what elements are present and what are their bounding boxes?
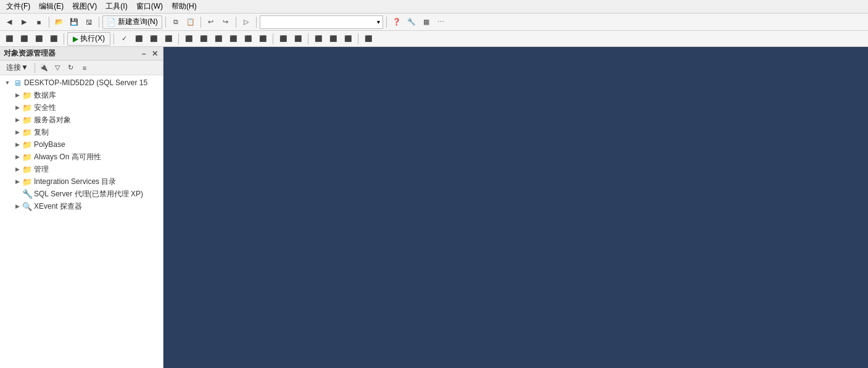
menu-tools[interactable]: 工具(I) (102, 0, 131, 13)
back-button[interactable]: ◀ (2, 15, 16, 29)
tree-item-management[interactable]: ▶ 📁 管理 (0, 163, 163, 175)
oe-summary-button[interactable]: ≡ (78, 62, 91, 74)
server-objects-expander[interactable]: ▶ (12, 115, 22, 125)
tb2-sep5 (308, 33, 308, 44)
tb2-btn8[interactable]: ⬛ (182, 32, 196, 46)
tb2-sep6 (358, 33, 358, 44)
tb2-btn14[interactable]: ⬛ (276, 32, 290, 46)
new-query-button[interactable]: 📄 新建查询(N) (102, 15, 162, 29)
alwayson-expander[interactable]: ▶ (12, 152, 22, 162)
toolbar-separator-2 (99, 17, 99, 28)
new-query-icon: 📄 (107, 18, 116, 27)
grid-button[interactable]: ▦ (420, 15, 433, 29)
tree-item-alwayson[interactable]: ▶ 📁 Always On 高可用性 (0, 151, 163, 163)
tb2-btn9[interactable]: ⬛ (197, 32, 210, 46)
tree-item-xevent[interactable]: ▶ 🔍 XEvent 探查器 (0, 200, 163, 212)
tree-item-integration[interactable]: ▶ 📁 Integration Services 目录 (0, 175, 163, 188)
paste-button[interactable]: 📋 (184, 15, 197, 29)
tb2-btn13[interactable]: ⬛ (256, 32, 270, 46)
integration-expander[interactable]: ▶ (12, 177, 22, 186)
menu-window[interactable]: 窗口(W) (133, 0, 167, 13)
replication-label: 复制 (34, 127, 49, 138)
tb2-btn19[interactable]: ⬛ (362, 32, 375, 46)
tb2-btn15[interactable]: ⬛ (291, 32, 305, 46)
forward-button[interactable]: ▶ (17, 15, 31, 29)
oe-title-left: 对象资源管理器 (4, 48, 56, 59)
tree-item-replication[interactable]: ▶ 📁 复制 (0, 126, 163, 138)
tb2-btn7[interactable]: ⬛ (162, 32, 175, 46)
stop-button[interactable]: ■ (32, 15, 46, 29)
tree-item-polybase[interactable]: ▶ 📁 PolyBase (0, 138, 163, 151)
tree-item-server[interactable]: ▼ 🖥 DESKTOP-MID5D2D (SQL Server 15 (0, 77, 163, 89)
object-explorer-toolbar: 连接▼ 🔌 ▽ ↻ ≡ (0, 61, 163, 75)
server-objects-icon: 📁 (22, 115, 32, 125)
menu-help[interactable]: 帮助(H) (168, 0, 200, 13)
toolbar-separator-5 (236, 17, 236, 28)
polybase-expander[interactable]: ▶ (12, 140, 22, 149)
execute-button[interactable]: ▶ 执行(X) (67, 32, 110, 46)
tb2-btn11[interactable]: ⬛ (226, 32, 240, 46)
help-button[interactable]: ❓ (390, 15, 403, 29)
open-file-button[interactable]: 📂 (52, 15, 66, 29)
redo-button[interactable]: ↪ (219, 15, 233, 29)
object-explorer-tree: ▼ 🖥 DESKTOP-MID5D2D (SQL Server 15 ▶ 📁 数… (0, 75, 163, 368)
databases-label: 数据库 (34, 90, 56, 101)
menu-file[interactable]: 文件(F) (2, 0, 34, 13)
sqlagent-expander (14, 189, 22, 199)
tree-item-databases[interactable]: ▶ 📁 数据库 (0, 89, 163, 101)
toolbar-separator-6 (256, 17, 257, 28)
databases-expander[interactable]: ▶ (12, 90, 22, 100)
tb2-btn10[interactable]: ⬛ (212, 32, 225, 46)
menu-view[interactable]: 视图(V) (68, 0, 101, 13)
oe-close-icon[interactable]: ✕ (151, 49, 159, 58)
save-all-button[interactable]: 🖫 (82, 15, 96, 29)
tb2-btn2[interactable]: ⬛ (17, 32, 31, 46)
execute-icon: ▶ (73, 35, 78, 43)
security-expander[interactable]: ▶ (12, 102, 22, 112)
tb2-btn6[interactable]: ⬛ (147, 32, 160, 46)
tree-item-server-objects[interactable]: ▶ 📁 服务器对象 (0, 114, 163, 126)
replication-expander[interactable]: ▶ (12, 127, 22, 137)
debug-button[interactable]: ▷ (239, 15, 253, 29)
oe-filter-button[interactable]: ▽ (51, 62, 64, 74)
save-button[interactable]: 💾 (67, 15, 81, 29)
more-button[interactable]: ⋯ (434, 15, 448, 29)
replication-icon: 📁 (22, 127, 32, 137)
tb2-btn12[interactable]: ⬛ (241, 32, 255, 46)
tb2-check[interactable]: ✓ (117, 32, 131, 46)
undo-button[interactable]: ↩ (204, 15, 218, 29)
tb2-btn5[interactable]: ⬛ (132, 32, 146, 46)
server-icon: 🖥 (12, 78, 22, 88)
tb2-btn16[interactable]: ⬛ (312, 32, 325, 46)
xevent-expander[interactable]: ▶ (12, 201, 22, 211)
tb2-sep3 (178, 33, 179, 44)
settings-button[interactable]: 🔧 (405, 15, 418, 29)
oe-refresh-button[interactable]: ↻ (65, 62, 77, 74)
execute-label: 执行(X) (80, 33, 105, 44)
object-explorer-panel: 对象资源管理器 – ✕ 连接▼ 🔌 ▽ ↻ ≡ ▼ 🖥 DESKTOP-M (0, 47, 163, 368)
copy-button[interactable]: ⧉ (169, 15, 183, 29)
tb2-btn1[interactable]: ⬛ (2, 32, 16, 46)
connect-button[interactable]: 连接▼ (2, 62, 32, 74)
tb2-btn17[interactable]: ⬛ (326, 32, 340, 46)
polybase-icon: 📁 (22, 140, 32, 149)
tb2-btn3[interactable]: ⬛ (32, 32, 46, 46)
tree-item-sqlagent[interactable]: 🔧 SQL Server 代理(已禁用代理 XP) (0, 188, 163, 200)
server-expander[interactable]: ▼ (2, 78, 12, 88)
menu-edit[interactable]: 编辑(E) (35, 0, 67, 13)
sqlagent-icon: 🔧 (22, 189, 32, 199)
oe-pin-icon[interactable]: – (139, 49, 148, 58)
disconnect-button[interactable]: 🔌 (38, 62, 50, 74)
new-query-label: 新建查询(N) (118, 17, 158, 27)
object-explorer-title: 对象资源管理器 (4, 48, 56, 59)
tree-item-security[interactable]: ▶ 📁 安全性 (0, 101, 163, 114)
connect-label: 连接▼ (6, 62, 28, 73)
oe-title-right: – ✕ (139, 49, 159, 58)
tb2-btn18[interactable]: ⬛ (341, 32, 355, 46)
tb2-btn4[interactable]: ⬛ (47, 32, 60, 46)
main-layout: 对象资源管理器 – ✕ 连接▼ 🔌 ▽ ↻ ≡ ▼ 🖥 DESKTOP-M (0, 47, 868, 368)
management-expander[interactable]: ▶ (12, 164, 22, 174)
xevent-icon: 🔍 (22, 201, 32, 211)
database-dropdown[interactable]: ▾ (260, 15, 383, 29)
sqlagent-label: SQL Server 代理(已禁用代理 XP) (34, 189, 143, 199)
